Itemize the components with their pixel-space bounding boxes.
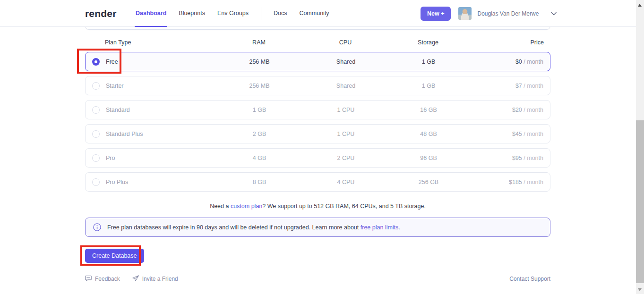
price-period: / month [524, 155, 543, 161]
feedback-icon [85, 275, 92, 283]
plan-radio[interactable] [92, 130, 100, 138]
column-header-cpu: CPU [316, 39, 375, 46]
plan-storage: 16 GB [376, 107, 481, 113]
column-header-storage: Storage [375, 39, 481, 46]
plan-cell: Starter [86, 82, 203, 90]
price-value: $20 [512, 107, 522, 113]
nav-item-env-groups[interactable]: Env Groups [217, 0, 249, 27]
plan-table-body: Free 256 MB Shared 1 GB $0 / month Start… [85, 52, 550, 196]
vertical-scrollbar[interactable] [636, 0, 644, 294]
plan-cpu: 1 CPU [316, 107, 376, 113]
primary-nav: Dashboard Blueprints Env Groups Docs Com… [136, 0, 329, 27]
plan-storage: 256 GB [376, 179, 481, 185]
plan-cell: Standard Plus [86, 130, 203, 138]
nav-item-blueprints[interactable]: Blueprints [179, 0, 205, 27]
custom-plan-pre: Need a [210, 203, 231, 210]
plan-name: Standard [106, 107, 130, 113]
plan-ram: 1 GB [203, 107, 316, 113]
plan-price: $0 / month [481, 59, 550, 65]
feedback-label: Feedback [95, 276, 120, 282]
plan-row-standard[interactable]: Standard 1 GB 1 CPU 16 GB $20 / month [85, 100, 550, 119]
plan-price: $185 / month [481, 179, 550, 185]
plan-radio[interactable] [92, 58, 100, 66]
scrollbar-up-arrow-icon[interactable] [638, 4, 642, 7]
notice-pre: Free plan databases will expire in 90 da… [107, 224, 361, 231]
plan-radio[interactable] [92, 82, 100, 90]
plan-cell: Free [86, 58, 203, 66]
price-period: / month [524, 107, 543, 113]
plan-cpu: Shared [316, 83, 376, 89]
plan-name: Free [106, 59, 118, 65]
scrollbar-down-arrow-icon[interactable] [638, 288, 642, 291]
custom-plan-line: Need a custom plan? We support up to 512… [85, 203, 550, 210]
custom-plan-link[interactable]: custom plan [231, 203, 262, 210]
plan-storage: 1 GB [376, 59, 481, 65]
plan-name: Starter [106, 83, 124, 89]
plan-row-pro[interactable]: Pro 4 GB 2 CPU 96 GB $95 / month [85, 148, 550, 168]
top-right-cluster: New + Douglas Van Der Merwe [421, 0, 557, 27]
plan-price: $45 / month [481, 131, 550, 137]
plan-ram: 256 MB [203, 83, 316, 89]
price-value: $0 [515, 59, 522, 65]
nav-divider [261, 7, 261, 20]
plan-cpu: 4 CPU [316, 179, 376, 185]
plan-ram: 4 GB [203, 155, 316, 161]
plan-cell: Standard [86, 106, 203, 114]
plan-cpu: 1 CPU [316, 131, 376, 137]
nav-item-community[interactable]: Community [299, 0, 329, 27]
free-plan-limits-link[interactable]: free plan limits [361, 224, 399, 231]
plan-price: $7 / month [481, 83, 550, 89]
price-period: / month [524, 59, 543, 65]
price-value: $95 [512, 155, 522, 161]
plan-ram: 256 MB [203, 59, 316, 65]
plan-cpu: Shared [316, 59, 376, 65]
user-name[interactable]: Douglas Van Der Merwe [477, 10, 539, 17]
price-period: / month [524, 179, 543, 185]
invite-friend-label: Invite a Friend [142, 276, 178, 282]
render-dashboard-page: render Dashboard Blueprints Env Groups D… [0, 0, 644, 294]
paper-plane-icon [132, 275, 139, 283]
plan-storage: 96 GB [376, 155, 481, 161]
create-database-button[interactable]: Create Database [85, 249, 144, 263]
plan-radio[interactable] [92, 178, 100, 186]
price-period: / month [524, 83, 543, 89]
plan-price: $95 / month [481, 155, 550, 161]
plan-radio[interactable] [92, 106, 100, 114]
chevron-down-icon[interactable] [551, 12, 557, 16]
free-plan-notice: Free plan databases will expire in 90 da… [85, 218, 550, 237]
plan-name: Pro [106, 155, 115, 161]
nav-item-docs[interactable]: Docs [274, 0, 287, 27]
plan-storage: 48 GB [376, 131, 481, 137]
contact-support-link[interactable]: Contact Support [509, 276, 550, 282]
info-icon [93, 223, 101, 231]
price-value: $185 [509, 179, 522, 185]
column-header-price: Price [481, 39, 550, 46]
plan-name: Pro Plus [106, 179, 128, 185]
plan-row-starter[interactable]: Starter 256 MB Shared 1 GB $7 / month [85, 76, 550, 95]
new-button[interactable]: New + [421, 7, 451, 21]
notice-post: . [398, 224, 400, 231]
plan-cpu: 2 CPU [316, 155, 376, 161]
top-navigation-bar: render Dashboard Blueprints Env Groups D… [0, 0, 636, 27]
plan-row-pro-plus[interactable]: Pro Plus 8 GB 4 CPU 256 GB $185 / month [85, 172, 550, 192]
plan-ram: 2 GB [203, 131, 316, 137]
plan-row-free[interactable]: Free 256 MB Shared 1 GB $0 / month [85, 52, 550, 71]
invite-friend-link[interactable]: Invite a Friend [132, 275, 178, 283]
nav-item-dashboard[interactable]: Dashboard [136, 0, 166, 27]
price-value: $45 [512, 131, 522, 137]
price-period: / month [524, 131, 543, 137]
scrollbar-thumb[interactable] [636, 120, 644, 283]
column-header-ram: RAM [202, 39, 316, 46]
column-header-plan-type: Plan Type [85, 39, 202, 46]
notice-text: Free plan databases will expire in 90 da… [107, 224, 400, 231]
plan-row-standard-plus[interactable]: Standard Plus 2 GB 1 CPU 48 GB $45 / mon… [85, 124, 550, 143]
plan-radio[interactable] [92, 154, 100, 162]
custom-plan-post: ? We support up to 512 GB RAM, 64 CPUs, … [262, 203, 426, 210]
price-value: $7 [515, 83, 522, 89]
render-logo[interactable]: render [85, 0, 117, 27]
feedback-link[interactable]: Feedback [85, 275, 120, 283]
user-avatar[interactable] [458, 7, 472, 20]
page-footer: Feedback Invite a Friend Contact Support [85, 275, 550, 283]
plan-price: $20 / month [481, 107, 550, 113]
plan-table-header: Plan Type RAM CPU Storage Price [85, 39, 550, 46]
